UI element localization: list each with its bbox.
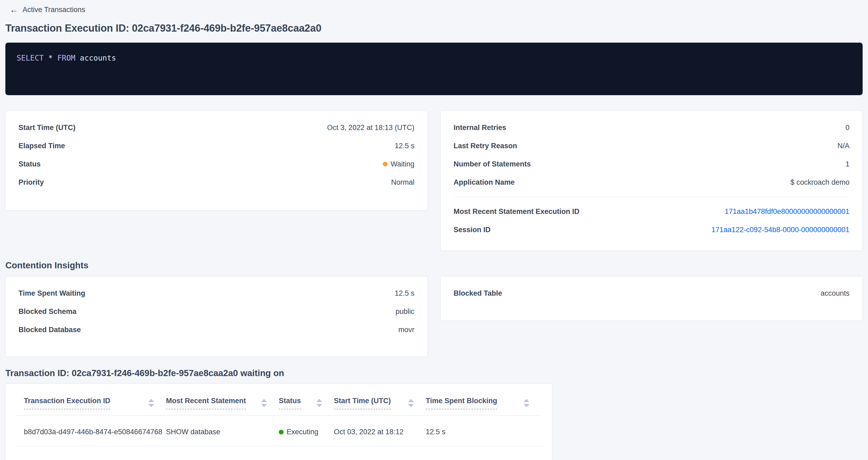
blocked-table-card: Blocked Table accounts xyxy=(440,276,863,320)
column-label: Time Spent Blocking xyxy=(426,397,497,409)
time-spent-waiting-value: 12.5 s xyxy=(395,289,414,298)
start-time-row: Start Time (UTC) Oct 3, 2022 at 18:13 (U… xyxy=(19,119,414,137)
time-spent-waiting-row: Time Spent Waiting 12.5 s xyxy=(19,284,414,302)
last-retry-reason-value: N/A xyxy=(837,142,849,150)
blocked-schema-label: Blocked Schema xyxy=(19,307,76,316)
column-header-status[interactable]: Status xyxy=(279,397,334,416)
last-retry-reason-row: Last Retry Reason N/A xyxy=(454,137,849,155)
waiting-on-table-card: Transaction Execution ID Most Recent Sta… xyxy=(5,384,552,460)
sort-icon xyxy=(316,399,322,407)
waiting-on-table: Transaction Execution ID Most Recent Sta… xyxy=(17,397,541,446)
blocked-database-row: Blocked Database movr xyxy=(19,320,414,339)
blocked-database-value: movr xyxy=(398,326,414,334)
most-recent-statement-execution-id-label: Most Recent Statement Execution ID xyxy=(454,208,580,216)
transaction-summary-card: Start Time (UTC) Oct 3, 2022 at 18:13 (U… xyxy=(5,111,428,210)
sort-icon xyxy=(261,399,267,407)
session-id-label: Session ID xyxy=(454,226,491,234)
blocked-table-value: accounts xyxy=(820,289,849,298)
internal-retries-label: Internal Retries xyxy=(454,124,506,132)
back-link-label: Active Transactions xyxy=(23,6,85,14)
sql-keyword: SELECT xyxy=(17,54,44,62)
waiting-status-dot-icon xyxy=(383,162,388,166)
contention-insights-heading: Contention Insights xyxy=(5,260,863,271)
contention-cards: Time Spent Waiting 12.5 s Blocked Schema… xyxy=(5,276,863,357)
column-header-time-spent-blocking[interactable]: Time Spent Blocking xyxy=(426,397,541,416)
status-value: Waiting xyxy=(383,160,414,168)
last-retry-reason-label: Last Retry Reason xyxy=(454,142,517,150)
column-label: Most Recent Statement xyxy=(166,397,246,409)
column-header-most-recent-statement[interactable]: Most Recent Statement xyxy=(166,397,279,416)
priority-value: Normal xyxy=(391,178,414,187)
executing-status-dot-icon xyxy=(279,430,284,434)
back-to-active-transactions-link[interactable]: ← Active Transactions xyxy=(5,4,85,14)
session-id-row: Session ID 171aa122-c092-54b8-0000-00000… xyxy=(454,221,849,239)
elapsed-time-label: Elapsed Time xyxy=(19,142,65,150)
back-arrow-icon: ← xyxy=(10,5,18,14)
priority-label: Priority xyxy=(19,178,44,187)
column-label: Start Time (UTC) xyxy=(334,397,391,409)
column-header-start-time[interactable]: Start Time (UTC) xyxy=(334,397,426,416)
column-header-transaction-execution-id[interactable]: Transaction Execution ID xyxy=(17,397,166,416)
status-text: Executing xyxy=(286,428,318,436)
application-name-row: Application Name $ cockroach demo xyxy=(454,173,849,191)
sort-icon xyxy=(148,399,154,407)
most-recent-statement-execution-id-link[interactable]: 171aa1b478fdf0e80000000000000001 xyxy=(725,208,850,216)
column-label: Transaction Execution ID xyxy=(24,397,111,409)
sql-text: accounts xyxy=(75,54,116,62)
priority-row: Priority Normal xyxy=(19,173,414,191)
blocked-schema-row: Blocked Schema public xyxy=(19,302,414,320)
sort-icon xyxy=(524,399,529,407)
elapsed-time-row: Elapsed Time 12.5 s xyxy=(19,137,414,155)
application-name-value: $ cockroach demo xyxy=(790,178,849,187)
waiting-on-heading: Transaction ID: 02ca7931-f246-469b-b2fe-… xyxy=(5,368,863,378)
time-spent-waiting-label: Time Spent Waiting xyxy=(19,289,85,298)
transaction-meta-card: Internal Retries 0 Last Retry Reason N/A… xyxy=(440,111,863,251)
sql-keyword: FROM xyxy=(57,54,75,62)
table-row: b8d7d03a-d497-446b-8474-e50846674768 SHO… xyxy=(17,416,541,446)
overview-cards: Start Time (UTC) Oct 3, 2022 at 18:13 (U… xyxy=(5,111,863,251)
cell-time-spent-blocking: 12.5 s xyxy=(426,416,541,446)
cell-start-time: Oct 03, 2022 at 18:12 xyxy=(334,416,426,446)
sort-icon xyxy=(408,399,414,407)
status-label: Status xyxy=(19,160,41,168)
blocked-schema-value: public xyxy=(395,307,414,316)
cell-most-recent-statement: SHOW database xyxy=(166,416,279,446)
blocked-table-label: Blocked Table xyxy=(454,289,502,298)
number-of-statements-label: Number of Statements xyxy=(454,160,531,168)
start-time-label: Start Time (UTC) xyxy=(19,124,75,132)
column-label: Status xyxy=(279,397,301,409)
blocked-table-row: Blocked Table accounts xyxy=(454,284,849,302)
blocked-database-label: Blocked Database xyxy=(19,326,81,334)
status-row: Status Waiting xyxy=(19,155,414,173)
most-recent-statement-execution-id-row: Most Recent Statement Execution ID 171aa… xyxy=(454,203,849,221)
page-title: Transaction Execution ID: 02ca7931-f246-… xyxy=(5,23,863,34)
internal-retries-value: 0 xyxy=(845,124,849,132)
application-name-label: Application Name xyxy=(454,178,515,187)
card-divider xyxy=(454,197,849,197)
session-id-link[interactable]: 171aa122-c092-54b8-0000-000000000001 xyxy=(711,226,849,234)
cell-status: Executing xyxy=(279,416,334,446)
internal-retries-row: Internal Retries 0 xyxy=(454,119,849,137)
sql-statement-box: SELECT * FROM accounts xyxy=(5,42,863,95)
status-text: Waiting xyxy=(391,160,414,168)
sql-text: * xyxy=(44,54,57,62)
contention-detail-card: Time Spent Waiting 12.5 s Blocked Schema… xyxy=(5,276,428,357)
start-time-value: Oct 3, 2022 at 18:13 (UTC) xyxy=(327,124,414,132)
transaction-details-page: ← Active Transactions Transaction Execut… xyxy=(0,0,868,460)
number-of-statements-value: 1 xyxy=(845,160,849,168)
table-header-row: Transaction Execution ID Most Recent Sta… xyxy=(17,397,541,416)
cell-transaction-execution-id: b8d7d03a-d497-446b-8474-e50846674768 xyxy=(17,416,166,446)
number-of-statements-row: Number of Statements 1 xyxy=(454,155,849,173)
elapsed-time-value: 12.5 s xyxy=(395,142,414,150)
